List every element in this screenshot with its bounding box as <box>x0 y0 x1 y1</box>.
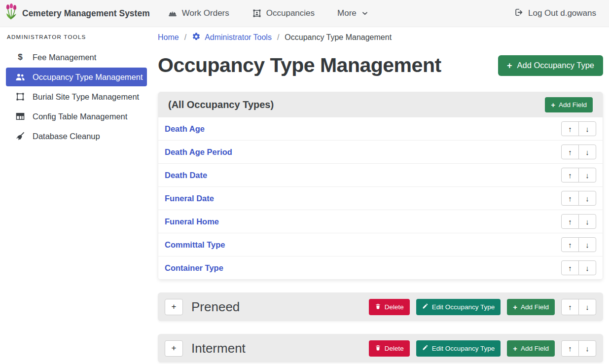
add-field-button[interactable]: + Add Field <box>507 299 555 315</box>
sidebar-section-title: ADMINISTRATOR TOOLS <box>7 34 147 40</box>
chevron-down-icon <box>361 9 369 17</box>
move-down-button[interactable]: ↓ <box>578 168 596 182</box>
sidebar-item-fee-management[interactable]: $ Fee Management <box>6 48 147 67</box>
reorder-group: ↑ ↓ <box>561 168 596 182</box>
sidebar-item-occupancy-type-management[interactable]: Occupancy Type Management <box>6 68 147 86</box>
field-link-committal-type[interactable]: Committal Type <box>165 240 225 250</box>
arrow-down-icon: ↓ <box>585 148 589 156</box>
move-up-button[interactable]: ↑ <box>561 191 579 206</box>
edit-occupancy-type-button[interactable]: Edit Occupancy Type <box>416 299 501 315</box>
arrow-down-icon: ↓ <box>585 171 589 180</box>
delete-label: Delete <box>385 345 404 352</box>
logout-button[interactable]: Log Out d.gowans <box>514 7 596 20</box>
reorder-group: ↑ ↓ <box>561 340 596 357</box>
reorder-group: ↑ ↓ <box>561 214 596 229</box>
move-up-button[interactable]: ↑ <box>561 299 579 315</box>
field-link-funeral-date[interactable]: Funeral Date <box>165 194 214 203</box>
field-link-container-type[interactable]: Container Type <box>165 263 223 273</box>
move-down-button[interactable]: ↓ <box>578 191 596 206</box>
field-link-funeral-home[interactable]: Funeral Home <box>165 217 219 226</box>
navbar-links: Work Orders Occupancies More <box>168 8 369 18</box>
field-link-death-age-period[interactable]: Death Age Period <box>165 147 232 157</box>
move-down-button[interactable]: ↓ <box>578 145 596 159</box>
edit-occupancy-type-button[interactable]: Edit Occupancy Type <box>416 340 501 357</box>
top-navbar: Cemetery Management System Work Orders <box>0 0 609 27</box>
reorder-group: ↑ ↓ <box>561 191 596 206</box>
panel-header: (All Occupancy Types) + Add Field <box>158 92 603 117</box>
move-down-button[interactable]: ↓ <box>578 237 596 252</box>
breadcrumb-home-link[interactable]: Home <box>158 33 179 42</box>
app-brand[interactable]: Cemetery Management System <box>5 3 150 23</box>
pencil-icon <box>422 303 429 311</box>
add-field-button[interactable]: + Add Field <box>545 97 593 112</box>
expand-button[interactable]: + <box>165 299 183 315</box>
delete-button[interactable]: Delete <box>369 299 410 315</box>
occupancy-frame-icon <box>252 8 262 18</box>
users-icon <box>15 72 26 82</box>
move-down-button[interactable]: ↓ <box>578 299 596 315</box>
move-up-button[interactable]: ↑ <box>561 260 579 275</box>
sidebar-item-label: Burial Site Type Management <box>33 92 139 102</box>
move-up-button[interactable]: ↑ <box>561 145 579 159</box>
section-actions: Delete Edit Occupancy Type + Add Field ↑… <box>369 340 596 357</box>
sidebar-item-database-cleanup[interactable]: Database Cleanup <box>6 127 147 146</box>
arrow-down-icon: ↓ <box>585 194 589 203</box>
arrow-up-icon: ↑ <box>568 303 572 311</box>
move-down-button[interactable]: ↓ <box>578 214 596 229</box>
nav-occupancies[interactable]: Occupancies <box>252 8 315 18</box>
move-down-button[interactable]: ↓ <box>578 260 596 275</box>
delete-button[interactable]: Delete <box>369 340 410 357</box>
nav-more-label: More <box>337 8 357 18</box>
move-up-button[interactable]: ↑ <box>561 237 579 252</box>
add-field-button[interactable]: + Add Field <box>507 340 555 357</box>
all-occupancy-types-panel: (All Occupancy Types) + Add Field Death … <box>158 92 603 280</box>
breadcrumb-admin-tools-link[interactable]: Administrator Tools <box>192 32 272 43</box>
nav-work-orders-label: Work Orders <box>182 8 229 18</box>
move-up-button[interactable]: ↑ <box>561 121 579 136</box>
sidebar-item-config-table-management[interactable]: Config Table Management <box>6 107 147 126</box>
arrow-up-icon: ↑ <box>568 218 572 226</box>
panel-title: (All Occupancy Types) <box>168 99 274 110</box>
add-field-label: Add Field <box>559 101 587 109</box>
page-title: Occupancy Type Management <box>158 54 441 77</box>
arrow-down-icon: ↓ <box>585 241 589 249</box>
breadcrumb-separator: / <box>277 33 279 42</box>
breadcrumb-current: Occupancy Type Management <box>285 33 392 42</box>
add-occupancy-type-label: Add Occupancy Type <box>517 61 594 70</box>
add-occupancy-type-button[interactable]: + Add Occupancy Type <box>498 55 603 76</box>
move-up-button[interactable]: ↑ <box>561 340 579 357</box>
expand-button[interactable]: + <box>165 340 183 357</box>
breadcrumb-separator: / <box>184 33 186 42</box>
plus-icon: + <box>507 61 512 70</box>
field-link-death-age[interactable]: Death Age <box>165 124 205 134</box>
add-field-label: Add Field <box>521 345 549 352</box>
nav-more[interactable]: More <box>337 8 369 18</box>
arrow-down-icon: ↓ <box>585 264 589 272</box>
arrow-up-icon: ↑ <box>568 264 572 272</box>
move-up-button[interactable]: ↑ <box>561 214 579 229</box>
dollar-icon: $ <box>15 52 26 62</box>
arrow-down-icon: ↓ <box>585 344 589 353</box>
occupancy-type-section-preneed: + Preneed Delete Edit Occupancy Type + A… <box>158 292 603 321</box>
trash-icon <box>375 303 381 311</box>
nav-work-orders[interactable]: Work Orders <box>168 8 229 18</box>
arrow-down-icon: ↓ <box>585 218 589 226</box>
plus-icon: + <box>513 345 517 352</box>
reorder-group: ↑ ↓ <box>561 121 596 136</box>
plus-icon: + <box>172 302 177 312</box>
sidebar-item-label: Fee Management <box>33 53 96 62</box>
move-down-button[interactable]: ↓ <box>578 340 596 357</box>
plus-icon: + <box>551 101 555 109</box>
sidebar-item-burial-site-type-management[interactable]: Burial Site Type Management <box>6 87 147 106</box>
occupancy-type-section-interment: + Interment Delete Edit Occupancy Type +… <box>158 334 603 363</box>
sidebar-item-label: Config Table Management <box>33 112 127 121</box>
move-up-button[interactable]: ↑ <box>561 168 579 182</box>
arrow-up-icon: ↑ <box>568 171 572 180</box>
field-link-death-date[interactable]: Death Date <box>165 171 207 180</box>
move-down-button[interactable]: ↓ <box>578 121 596 136</box>
arrow-up-icon: ↑ <box>568 194 572 203</box>
nav-occupancies-label: Occupancies <box>266 8 315 18</box>
arrow-down-icon: ↓ <box>585 125 589 133</box>
arrow-up-icon: ↑ <box>568 241 572 249</box>
field-row: Death Date ↑ ↓ <box>158 163 603 186</box>
